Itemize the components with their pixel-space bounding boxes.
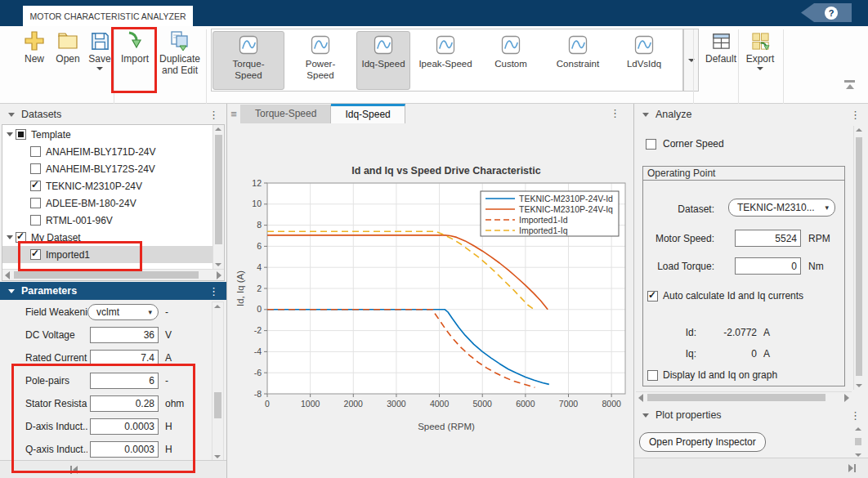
tree-row-adlee-bm-180-24v[interactable]: ADLEE-BM-180-24V (2, 194, 213, 212)
panel-divider[interactable] (226, 104, 227, 478)
auto-calculate-checkbox[interactable] (647, 291, 658, 302)
collapse-panel-left-icon[interactable] (70, 466, 78, 474)
dataset-dropdown[interactable]: TEKNIC-M2310... ▾ (728, 199, 835, 217)
gallery-button-ldvsidq[interactable]: LdVsIdq (615, 31, 673, 90)
save-button[interactable]: Save (84, 29, 115, 89)
gallery-button-power-speed[interactable]: Power- Speed (286, 31, 355, 90)
dataset-label: My Dataset (31, 232, 81, 243)
parameter-input-d-axis-induct[interactable]: 0.0003 (90, 418, 159, 435)
dataset-checkbox-imported1[interactable] (30, 249, 41, 260)
chart-legend[interactable]: TEKNIC-M2310P-24V-IdTEKNIC-M2310P-24V-Iq… (481, 191, 619, 236)
left-bottom-strip (0, 460, 226, 478)
kebab-menu-icon[interactable]: ⋮ (208, 109, 219, 120)
open-property-inspector-button[interactable]: Open Property Inspector (639, 432, 766, 452)
dataset-dropdown-value: TEKNIC-M2310... (737, 202, 815, 213)
parameter-dropdown-field-weakeni[interactable]: vclmt▾ (87, 304, 159, 320)
export-dropdown-icon[interactable] (757, 67, 763, 70)
duplicate-and-edit-button[interactable]: Duplicate and Edit (154, 29, 205, 89)
display-idq-checkbox[interactable] (647, 370, 658, 381)
display-idq-checkbox-row[interactable]: Display Id and Iq on graph (647, 369, 777, 381)
dataset-label: Dataset: (649, 203, 714, 215)
auto-calculate-checkbox-row[interactable]: Auto calculate Id and Iq currents (647, 290, 803, 302)
figure-tab-torque-speed[interactable]: Torque-Speed (241, 105, 331, 123)
kebab-menu-icon[interactable]: ⋮ (850, 410, 861, 421)
tree-row-teknic-m2310p-24v[interactable]: TEKNIC-M2310P-24V (2, 177, 213, 194)
tree-horizontal-scrollbar[interactable] (2, 269, 224, 280)
datasets-header[interactable]: Datasets ⋮ (0, 105, 226, 123)
collapse-triangle-icon[interactable] (642, 413, 649, 418)
dataset-checkbox-rtml-001-96v[interactable] (30, 215, 41, 226)
default-layout-button[interactable]: Default (701, 29, 740, 89)
question-mark-icon: ? (825, 7, 838, 20)
panel-divider[interactable] (633, 104, 634, 478)
dataset-checkbox-template[interactable] (16, 129, 26, 140)
parameters-vertical-scrollbar[interactable] (212, 302, 224, 462)
y-tick-label: 2 (257, 284, 262, 293)
parameter-label: Rated Current (25, 352, 87, 364)
gallery-button-constraint[interactable]: Constraint (543, 31, 613, 90)
gallery-button-ipeak-speed[interactable]: Ipeak-Speed (412, 31, 479, 90)
sine-plot-icon (501, 35, 521, 57)
kebab-menu-icon[interactable]: ⋮ (850, 109, 861, 120)
parameter-input-pole-pairs[interactable]: 6 (90, 373, 159, 389)
analyze-vertical-scrollbar[interactable] (853, 126, 864, 390)
tree-row-rtml-001-96v[interactable]: RTML-001-96V (2, 212, 213, 229)
tree-row-anaheim-bly171d-24v[interactable]: ANAHEIM-BLY171D-24V (2, 143, 213, 160)
gallery-dropdown-button[interactable] (683, 29, 699, 92)
export-button[interactable]: Export (742, 29, 778, 89)
figure-tab-idq-speed[interactable]: Idq-Speed (331, 104, 405, 123)
dataset-checkbox-my-dataset[interactable] (16, 232, 26, 243)
plot-properties-scrollbar[interactable] (853, 426, 863, 458)
tree-row-anaheim-bly172s-24v[interactable]: ANAHEIM-BLY172S-24V (2, 160, 213, 177)
corner-speed-checkbox[interactable] (646, 139, 656, 150)
input-value: 0.28 (136, 398, 154, 409)
gallery-button-torque-speed[interactable]: Torque- Speed (213, 31, 284, 90)
save-dropdown-icon[interactable] (96, 67, 103, 70)
parameter-input-q-axis-induct[interactable]: 0.0003 (90, 441, 159, 458)
tab-list-icon[interactable]: ≡ (227, 105, 241, 123)
kebab-menu-icon[interactable]: ⋮ (610, 107, 620, 119)
gallery-button-idq-speed[interactable]: Idq-Speed (356, 31, 410, 90)
import-button[interactable]: Import (117, 29, 153, 89)
tree-row-template[interactable]: Template (2, 126, 213, 143)
expander-triangle-icon[interactable] (7, 132, 13, 136)
gallery-button-custom[interactable]: Custom (481, 31, 541, 90)
tree-row-my-dataset[interactable]: My Dataset (2, 229, 213, 246)
new-button[interactable]: New (18, 29, 51, 89)
duplicate-document-icon (169, 29, 190, 51)
operating-point-title: Operating Point (643, 167, 844, 181)
dataset-label: ANAHEIM-BLY172S-24V (46, 163, 155, 175)
plot-properties-header[interactable]: Plot properties ⋮ (634, 406, 868, 424)
open-button[interactable]: Open (51, 29, 84, 89)
parameter-label: DC Voltage (25, 329, 87, 341)
collapse-triangle-icon[interactable] (8, 113, 15, 117)
parameter-row-field-weakeni: Field Weakeni...vclmt▾- (0, 304, 209, 322)
toolstrip-tab[interactable]: MOTOR CHARACTERISTIC ANALYZER (23, 6, 193, 26)
kebab-menu-icon[interactable]: ⋮ (208, 286, 219, 297)
gallery-button-label: Ipeak-Speed (415, 59, 475, 70)
parameters-header[interactable]: Parameters ⋮ (0, 282, 226, 300)
collapse-triangle-icon[interactable] (642, 113, 649, 117)
minimize-toolstrip-icon[interactable] (844, 80, 855, 89)
id-unit: A (763, 327, 770, 338)
expander-triangle-icon[interactable] (7, 235, 13, 239)
y-tick-label: 4 (257, 262, 262, 272)
load-torque-input[interactable]: 0 (735, 257, 801, 275)
save-label: Save (88, 54, 110, 65)
parameter-input-rated-current[interactable]: 7.4 (90, 350, 159, 366)
dataset-checkbox-anaheim-bly171d-24v[interactable] (30, 146, 41, 157)
parameter-input-stator-resista[interactable]: 0.28 (90, 395, 159, 412)
collapse-triangle-icon[interactable] (8, 289, 15, 293)
tree-row-imported1[interactable]: Imported1 (2, 246, 213, 263)
analyze-horizontal-scrollbar[interactable] (636, 391, 852, 403)
dataset-checkbox-adlee-bm-180-24v[interactable] (30, 198, 41, 208)
collapse-panel-right-icon[interactable] (848, 464, 856, 472)
analyze-header[interactable]: Analyze ⋮ (634, 105, 868, 123)
dataset-checkbox-teknic-m2310p-24v[interactable] (30, 181, 41, 191)
corner-speed-checkbox-row[interactable]: Corner Speed (646, 138, 724, 150)
parameter-input-dc-voltage[interactable]: 36 (90, 327, 159, 343)
motor-speed-input[interactable]: 5524 (735, 230, 801, 247)
toolstrip-tab-label: MOTOR CHARACTERISTIC ANALYZER (30, 11, 186, 21)
tree-vertical-scrollbar[interactable] (213, 125, 224, 269)
dataset-checkbox-anaheim-bly172s-24v[interactable] (30, 163, 41, 174)
